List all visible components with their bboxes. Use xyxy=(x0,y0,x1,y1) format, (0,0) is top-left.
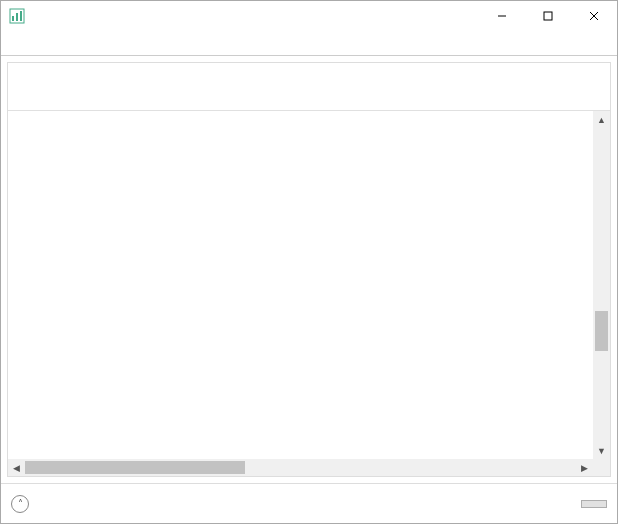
tabstrip xyxy=(1,51,617,56)
restart-button[interactable] xyxy=(581,500,607,508)
titlebar xyxy=(1,1,617,31)
fewer-details-button[interactable]: ˄ xyxy=(11,495,581,513)
menu-view[interactable] xyxy=(35,31,47,51)
close-button[interactable] xyxy=(571,1,617,31)
minimize-button[interactable] xyxy=(479,1,525,31)
svg-rect-3 xyxy=(20,11,22,21)
scroll-left-icon[interactable]: ◀ xyxy=(8,459,25,476)
menubar xyxy=(1,31,617,51)
footer: ˄ xyxy=(1,483,617,523)
app-icon xyxy=(9,8,25,24)
horizontal-scrollbar[interactable]: ◀ ▶ xyxy=(8,459,593,476)
scroll-down-icon[interactable]: ▼ xyxy=(593,442,610,459)
scroll-up-icon[interactable]: ▲ xyxy=(593,111,610,128)
maximize-button[interactable] xyxy=(525,1,571,31)
table-header xyxy=(8,63,610,111)
svg-rect-5 xyxy=(544,12,552,20)
vertical-scrollbar[interactable]: ▲ ▼ xyxy=(593,111,610,459)
svg-rect-2 xyxy=(16,13,18,21)
vscroll-thumb[interactable] xyxy=(595,311,608,351)
scroll-right-icon[interactable]: ▶ xyxy=(576,459,593,476)
process-table: ▲ ▼ ◀ ▶ xyxy=(7,62,611,477)
menu-file[interactable] xyxy=(7,31,19,51)
chevron-up-icon: ˄ xyxy=(11,495,29,513)
table-body: ▲ ▼ ◀ ▶ xyxy=(8,111,610,476)
menu-options[interactable] xyxy=(21,31,33,51)
hscroll-thumb[interactable] xyxy=(25,461,245,474)
svg-rect-1 xyxy=(12,16,14,21)
